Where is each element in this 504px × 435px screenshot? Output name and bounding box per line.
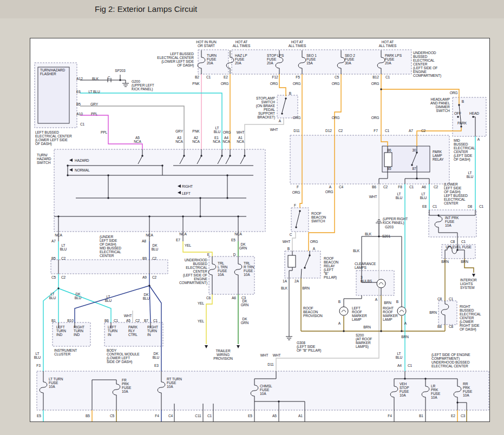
diagram-label: C2 — [421, 129, 426, 133]
diagram-label: TURN/ HAZARD SWITCH — [37, 153, 51, 164]
diagram-label: F7 — [374, 129, 378, 133]
diagram-label: DK BLU — [75, 292, 82, 300]
diagram-label: A1 NCA — [237, 136, 244, 143]
diagram-label: ORG — [292, 190, 300, 194]
diagram-label: DK GRN — [241, 317, 248, 325]
diagram-label: C1 — [461, 240, 466, 243]
diagram-label: C8 — [450, 240, 455, 243]
diagram-label: F3 — [36, 364, 41, 367]
diagram-label: ROOF BEACON RELAY (LEFT "B" PILLAR) — [324, 256, 338, 279]
diagram-label: HOT IN RUN OR START — [196, 40, 216, 48]
diagram-label: INSTRUMENT CLUSTER — [54, 348, 77, 356]
diagram-label: A — [279, 119, 281, 123]
diagram-label: C1 — [114, 319, 118, 322]
diagram-label: B9 — [142, 256, 147, 260]
diagram-label: C2 — [338, 129, 343, 133]
diagram-label: C — [290, 233, 292, 236]
diagram-label: 87 — [412, 167, 416, 170]
diagram-label: C1 — [449, 297, 453, 301]
diagram-label: B10 — [67, 319, 73, 322]
diagram-label: C1 — [409, 185, 414, 189]
diagram-label: LT BLU — [420, 192, 427, 200]
diagram-label: B — [462, 100, 464, 103]
diagram-label: 2A — [294, 279, 299, 283]
diagram-label: (LOWER LEFT SIDE OF DASH) LEFT BUSSED EL… — [444, 182, 468, 205]
diagram-label: S200 (AT ROOF MARKER LAMPS) — [356, 333, 372, 348]
diagram-label: PPL — [101, 130, 107, 134]
diagram-label: RIGHT BUSSED ELECTRICAL CENTER (LOWER RI… — [460, 305, 481, 331]
diagram-label: STOPLAMP SWITCH (ON BRAKE PEDAL SUPPORT … — [256, 96, 275, 119]
diagram-label: PARK RLY CTRL — [128, 325, 138, 337]
diagram-label: TURN FUSE 20A — [207, 54, 217, 65]
diagram-label: INT PRK FUSE 10A — [445, 216, 459, 227]
diagram-label: C2 — [152, 256, 156, 260]
diagram-label: BRN — [461, 260, 468, 263]
diagram-label: TRAILER WIRING PROVISION — [213, 349, 233, 360]
diagram-label: DK GRN — [239, 242, 247, 250]
diagram-label: 85 — [387, 167, 391, 170]
diagram-label: ORG — [270, 82, 278, 85]
diagram-label: A4 NCA — [222, 136, 230, 143]
diagram-label: B — [396, 300, 398, 304]
diagram-label: E2 — [451, 414, 455, 418]
diagram-label: F — [294, 203, 296, 207]
diagram-label: PPL — [91, 112, 97, 116]
diagram-label: A12 — [76, 77, 82, 81]
diagram-label: DK BLU — [143, 293, 150, 300]
diagram-label: OFF — [454, 111, 461, 115]
diagram-label: A — [477, 137, 480, 141]
diagram-label: BODY CONTROL MODULE (LOWER LEFT SIDE OF … — [107, 348, 140, 364]
diagram-label: PARK — [457, 121, 467, 125]
diagram-label: A — [404, 321, 407, 325]
diagram-label: TURN/HAZARD FLASHER — [40, 68, 65, 76]
diagram-label: GRY — [175, 129, 183, 133]
diagram-label: LEFT TURN IN — [108, 325, 117, 337]
diagram-label: ORG — [221, 82, 229, 85]
diagram-label: C1 — [385, 75, 390, 79]
diagram-label: B5 — [51, 256, 56, 260]
diagram-label: DK BLU — [153, 352, 160, 359]
diagram-label: A10 — [76, 112, 82, 116]
diagram-label: G200 (UPPER LEFT KICK PANEL) — [132, 80, 154, 91]
diagram-label: LEFT — [182, 192, 191, 195]
diagram-label: E5 — [37, 414, 41, 418]
diagram-label: ORG — [223, 130, 231, 134]
diagram-label: 30 — [412, 148, 416, 152]
diagram-label: A5 — [126, 319, 130, 322]
diagram-label: BRN — [441, 260, 449, 263]
diagram-label: E6 — [76, 90, 81, 94]
diagram-label: LT BLU — [467, 171, 474, 179]
diagram-label: HOT AT ALL TIMES — [379, 40, 396, 48]
diagram-label: D11 — [293, 129, 299, 133]
diagram-label: WHT — [369, 195, 377, 199]
diagram-label: YEL — [185, 243, 191, 247]
diagram-label: BLK — [281, 286, 287, 290]
diagram-label: RIGHT TURN IN — [147, 325, 158, 337]
diagram-label: D8 — [468, 205, 472, 208]
diagram-label: LEFT TURN IND — [56, 325, 66, 337]
diagram-label: C6 — [206, 296, 211, 300]
diagram-label: A5 — [272, 414, 277, 418]
diagram-label: B12 — [372, 75, 378, 79]
diagram-label: SEO 2 FUSE 30A — [345, 54, 355, 65]
diagram-label: A8 — [142, 239, 146, 243]
diagram-label: TRL R TRN FUSE 10A — [244, 261, 254, 276]
diagram-label: WHT — [283, 240, 291, 243]
diagram-label: C1 — [80, 122, 84, 126]
diagram-label: RIGHT — [182, 184, 193, 188]
diagram-label: PNK — [192, 129, 199, 133]
diagram-label: E8 — [422, 205, 427, 208]
diagram-label: A4 — [397, 364, 402, 367]
diagram-label: A9 — [142, 275, 147, 279]
diagram-label: F — [297, 185, 299, 189]
diagram-label: NCA — [179, 232, 187, 236]
diagram-label: HOT AT ALL TIMES — [233, 40, 250, 48]
diagram-label: B7 — [144, 319, 148, 322]
diagram-label: A7 — [51, 239, 56, 243]
diagram-label: E3 — [154, 364, 159, 367]
diagram-label: NCA — [234, 232, 242, 236]
diagram-label: G308 (LEFT SIDE OF "B" PILLAR) — [297, 341, 321, 352]
diagram-label: ORG — [450, 91, 458, 95]
diagram-label: HOT AT ALL TIMES — [289, 40, 306, 48]
diagram-label: ORG — [332, 116, 340, 120]
